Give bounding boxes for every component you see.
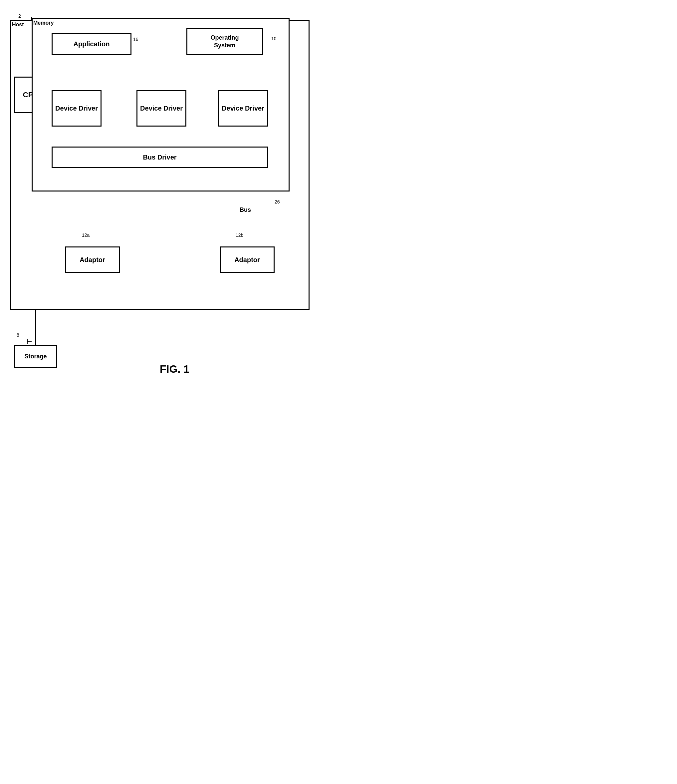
ref-10-label: 10 xyxy=(271,36,276,41)
diagram-root: 2 Host 4 CPU 6 Memory 16 Application 10 … xyxy=(0,0,338,392)
ref-8-label: 8 xyxy=(17,332,19,338)
device-driver-a-label: Device Driver xyxy=(55,104,98,113)
storage-label: Storage xyxy=(24,353,47,360)
os-box: OperatingSystem xyxy=(186,28,263,55)
ref-2-label: 2 xyxy=(18,13,21,19)
figure-label: FIG. 1 xyxy=(160,363,189,375)
device-driver-c-box: Device Driver xyxy=(218,90,268,126)
adaptor-a-label: Adaptor xyxy=(79,256,105,264)
os-label: OperatingSystem xyxy=(210,34,239,50)
device-driver-a-box: Device Driver xyxy=(51,90,101,126)
device-driver-c-label: Device Driver xyxy=(222,104,264,113)
bus-driver-box: Bus Driver xyxy=(51,146,268,168)
adaptor-b-box: Adaptor xyxy=(220,246,275,273)
host-label: Host xyxy=(12,22,24,28)
adaptor-a-box: Adaptor xyxy=(65,246,120,273)
device-driver-b-label: Device Driver xyxy=(140,104,183,113)
application-box: Application xyxy=(51,33,132,55)
bus-label: Bus xyxy=(240,207,251,213)
ref-12b-label: 12b xyxy=(236,232,243,238)
bus-driver-label: Bus Driver xyxy=(143,154,176,161)
ref-26-label: 26 xyxy=(275,199,280,204)
ref-12a-label: 12a xyxy=(82,232,90,238)
adaptor-b-label: Adaptor xyxy=(234,256,260,264)
memory-label: Memory xyxy=(33,20,54,26)
application-label: Application xyxy=(73,40,110,48)
device-driver-b-box: Device Driver xyxy=(137,90,186,126)
ref-16-label: 16 xyxy=(133,37,138,42)
storage-box: Storage xyxy=(14,345,57,368)
